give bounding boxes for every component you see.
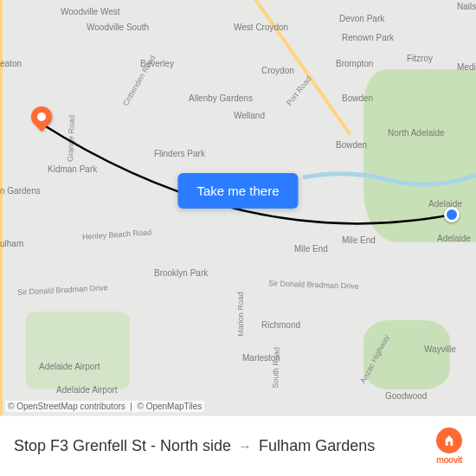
place-label: Allenby Gardens [189,93,253,103]
moovit-logo[interactable]: moovit [436,428,462,465]
river-torrens [303,164,476,190]
road-label: Marion Road [236,292,245,337]
tiles-credit: © OpenMapTiles [138,402,203,411]
place-label: Woodville West [61,7,120,16]
place-label: Flinders Park [154,149,205,158]
place-label: Mile End [294,244,328,254]
place-label: Woodville South [87,23,149,32]
place-label: Adelaide Airport [56,385,118,395]
road-label: Grange Road [66,115,76,162]
place-label: North Adelaide [388,128,445,138]
place-label: Fitzroy [407,54,433,63]
place-label: Adelaide [428,199,462,209]
place-label: Medin [457,62,476,72]
origin-label: Stop F3 Grenfell St - North side [14,437,231,455]
place-label: Bowden [336,140,367,150]
place-label: eaton [0,59,22,68]
place-label: Adelaide [437,234,471,243]
place-label: ulham [0,239,23,248]
moovit-wordmark: moovit [436,455,462,465]
place-label: Renown Park [342,33,394,42]
place-label: Mile End [342,235,376,245]
origin-marker[interactable] [444,207,460,222]
place-label: Adelaide Airport [39,362,100,371]
place-label: West Croydon [234,23,288,32]
place-label: Nails [457,2,476,11]
road-label: South Road [271,347,281,389]
place-label: Richmond [261,320,300,330]
place-label: Wayville [424,344,456,354]
arrow-right-icon: → [238,439,252,454]
map-attribution: © OpenStreetMap contributors | © OpenMap… [5,401,204,412]
take-me-there-button[interactable]: Take me there [177,173,298,209]
airport-area [26,312,130,389]
place-label: Bowden [342,93,373,103]
place-label: Brompton [336,59,373,68]
place-label: Kidman Park [48,164,97,174]
place-label: n Gardens [0,186,41,196]
destination-marker[interactable] [35,117,48,131]
place-label: Welland [234,111,265,120]
place-label: Brooklyn Park [154,268,208,278]
place-label: Croydon [261,66,294,75]
place-label: Devon Park [339,14,384,23]
route-summary-bar: Stop F3 Grenfell St - North side → Fulha… [0,415,476,476]
destination-label: Fulham Gardens [259,437,375,455]
map-view[interactable]: Woodville WestWoodville SouthWest Croydo… [0,0,476,415]
osm-credit: © OpenStreetMap contributors [8,402,125,411]
place-label: Goodwood [385,391,427,401]
route-text: Stop F3 Grenfell St - North side → Fulha… [14,437,428,455]
moovit-icon [436,428,462,453]
